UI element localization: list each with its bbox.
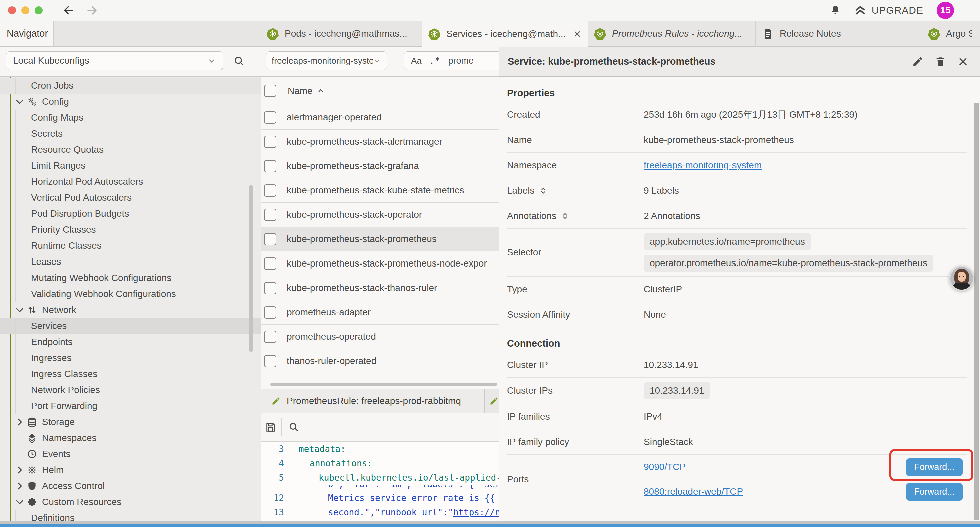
chevron-down-icon[interactable]: [15, 497, 25, 507]
sidebar-item-access-control[interactable]: Access Control: [0, 478, 261, 494]
search-icon[interactable]: [288, 422, 299, 432]
sidebar-item-horizontal-pod-autoscalers[interactable]: Horizontal Pod Autoscalers: [0, 174, 261, 190]
table-row-prometheus-adapter[interactable]: prometheus-adapter: [261, 300, 499, 325]
edit-icon[interactable]: [912, 56, 923, 67]
tab-prometheus-rules-icecheng[interactable]: Prometheus Rules - icecheng...: [588, 21, 756, 47]
sidebar-item-runtime-classes[interactable]: Runtime Classes: [0, 238, 261, 254]
match-case-toggle[interactable]: Aa: [411, 56, 422, 66]
chevron-right-icon[interactable]: [15, 465, 25, 475]
close-window-button[interactable]: [8, 6, 16, 14]
select-all-checkbox[interactable]: [264, 85, 276, 97]
namespace-selector[interactable]: freeleaps-monitoring-system: [266, 51, 387, 70]
row-checkbox[interactable]: [264, 136, 276, 148]
upgrade-button[interactable]: UPGRADE: [854, 4, 923, 16]
sidebar-item-pod-disruption-budgets[interactable]: Pod Disruption Budgets: [0, 206, 261, 222]
expander-icon[interactable]: [539, 187, 547, 195]
forward-button[interactable]: Forward...: [906, 458, 963, 476]
chevron-right-icon[interactable]: [15, 417, 25, 427]
sidebar-item-port-forwarding[interactable]: Port Forwarding: [0, 398, 261, 414]
close-icon[interactable]: [957, 56, 969, 67]
row-checkbox[interactable]: [264, 185, 276, 197]
sort-ascending-icon[interactable]: [317, 87, 325, 95]
row-checkbox[interactable]: [264, 331, 276, 343]
forward-arrow-icon[interactable]: [86, 4, 98, 16]
expander-icon[interactable]: [561, 212, 569, 220]
row-checkbox[interactable]: [264, 233, 276, 245]
table-row-alertmanager-operated[interactable]: alertmanager-operated: [261, 105, 499, 130]
sidebar-item-leases[interactable]: Leases: [0, 254, 261, 270]
namespace-link[interactable]: freeleaps-monitoring-system: [644, 160, 762, 170]
sidebar-scrollbar[interactable]: [249, 185, 253, 352]
row-checkbox[interactable]: [264, 355, 276, 367]
table-row-kube-prometheus-stack-kube-state-metrics[interactable]: kube-prometheus-stack-kube-state-metrics: [261, 178, 499, 203]
chevron-down-icon[interactable]: [15, 305, 25, 315]
tab-argo-se[interactable]: Argo Se: [922, 21, 978, 47]
row-checkbox[interactable]: [264, 258, 276, 270]
sidebar-item-network[interactable]: Network: [0, 302, 261, 318]
tab-release-notes[interactable]: Release Notes: [756, 21, 922, 47]
table-row-kube-prometheus-stack-grafana[interactable]: kube-prometheus-stack-grafana: [261, 154, 499, 178]
sidebar-item-secrets[interactable]: Secrets: [0, 126, 261, 142]
row-checkbox[interactable]: [264, 160, 276, 172]
editor-tab-next[interactable]: [485, 389, 499, 412]
table-row-prometheus-operated[interactable]: prometheus-operated: [261, 325, 499, 349]
save-icon[interactable]: [265, 422, 276, 433]
sidebar-item-namespaces[interactable]: Namespaces: [0, 430, 261, 446]
sidebar-item-priority-classes[interactable]: Priority Classes: [0, 222, 261, 238]
avatar[interactable]: [949, 266, 974, 291]
chevron-down-icon[interactable]: [15, 97, 25, 107]
table-row-kube-prometheus-stack-prometheus-node-expor[interactable]: kube-prometheus-stack-prometheus-node-ex…: [261, 252, 499, 276]
port-link[interactable]: 9090/TCP: [644, 462, 686, 472]
back-arrow-icon[interactable]: [63, 4, 75, 16]
sidebar-item-network-policies[interactable]: Network Policies: [0, 382, 261, 398]
sidebar-item-vertical-pod-autoscalers[interactable]: Vertical Pod Autoscalers: [0, 190, 261, 206]
drawer-scrollbar[interactable]: [974, 103, 978, 520]
editor-tab-prometheusrule[interactable]: PrometheusRule: freeleaps-prod-rabbitmq: [261, 389, 485, 412]
sidebar-item-services[interactable]: Services: [0, 318, 261, 334]
sidebar-item-mutating-webhook-configurations[interactable]: Mutating Webhook Configurations: [0, 270, 261, 286]
filter-input[interactable]: [448, 56, 499, 66]
forward-button[interactable]: Forward...: [906, 483, 963, 501]
sidebar-item-ingress-classes[interactable]: Ingress Classes: [0, 366, 261, 382]
sidebar-item-config-maps[interactable]: Config Maps: [0, 110, 261, 126]
sidebar-item-custom-resources[interactable]: Custom Resources: [0, 494, 261, 510]
trash-icon[interactable]: [935, 56, 946, 67]
table-row-kube-prometheus-stack-operator[interactable]: kube-prometheus-stack-operator: [261, 203, 499, 227]
tab-pods-icecheng-mathmas[interactable]: Pods - icecheng@mathmas...: [261, 21, 422, 47]
service-name: prometheus-operated: [286, 331, 376, 342]
row-checkbox[interactable]: [264, 209, 276, 221]
tab-navigator[interactable]: Navigator: [0, 21, 54, 46]
sidebar-item-resource-quotas[interactable]: Resource Quotas: [0, 142, 261, 158]
table-row-thanos-ruler-operated[interactable]: thanos-ruler-operated: [261, 349, 499, 373]
sidebar-item-validating-webhook-configurations[interactable]: Validating Webhook Configurations: [0, 286, 261, 302]
service-name: prometheus-adapter: [286, 307, 371, 318]
sidebar-item-limit-ranges[interactable]: Limit Ranges: [0, 158, 261, 174]
yaml-editor[interactable]: 3metadata:4annotations:5kubectl.kubernet…: [261, 442, 499, 527]
port-link[interactable]: 8080:reloader-web/TCP: [644, 486, 743, 497]
sidebar-item-events[interactable]: Events: [0, 446, 261, 462]
table-row-kube-prometheus-stack-alertmanager[interactable]: kube-prometheus-stack-alertmanager: [261, 130, 499, 154]
sidebar-item-helm[interactable]: Helm: [0, 462, 261, 478]
tab-services-icecheng-math[interactable]: Services - icecheng@math...: [422, 21, 588, 47]
row-checkbox[interactable]: [264, 306, 276, 318]
row-checkbox[interactable]: [264, 282, 276, 294]
notification-badge[interactable]: 15: [937, 2, 954, 19]
sidebar-item-ingresses[interactable]: Ingresses: [0, 350, 261, 366]
horizontal-scrollbar[interactable]: [270, 382, 497, 386]
chevron-right-icon[interactable]: [15, 481, 25, 491]
row-checkbox[interactable]: [264, 111, 276, 124]
sidebar-item-config[interactable]: Config: [0, 94, 261, 110]
kubeconfig-selector[interactable]: Local Kubeconfigs: [6, 51, 223, 70]
maximize-window-button[interactable]: [35, 6, 43, 14]
bell-icon[interactable]: [830, 5, 841, 16]
sidebar-item-endpoints[interactable]: Endpoints: [0, 334, 261, 350]
table-row-kube-prometheus-stack-thanos-ruler[interactable]: kube-prometheus-stack-thanos-ruler: [261, 276, 499, 300]
minimize-window-button[interactable]: [21, 6, 29, 14]
close-tab-icon[interactable]: [573, 30, 582, 38]
name-column-header[interactable]: Name: [288, 86, 313, 96]
table-row-kube-prometheus-stack-prometheus[interactable]: kube-prometheus-stack-prometheus: [261, 227, 499, 252]
sidebar-item-storage[interactable]: Storage: [0, 414, 261, 430]
search-icon[interactable]: [234, 56, 245, 67]
sidebar-item-cron-jobs[interactable]: Cron Jobs: [0, 78, 261, 94]
regex-toggle[interactable]: .*: [429, 56, 440, 66]
